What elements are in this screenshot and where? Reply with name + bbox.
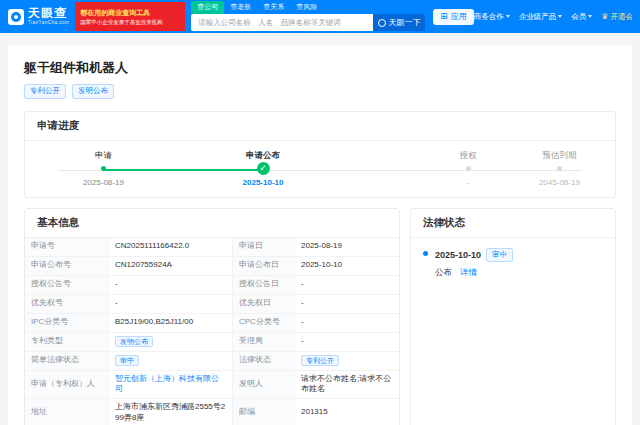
nav-item-0[interactable]: 商务合作: [474, 12, 510, 22]
promo-line1: 都在用的商业查询工具: [80, 8, 180, 18]
search-input[interactable]: [191, 14, 373, 31]
legal-status-action: 公布: [435, 267, 452, 279]
info-value: -: [295, 314, 399, 333]
timeline-step-0: 申请2025-08-19: [60, 149, 146, 187]
timeline-step-3: 预估到期2045-08-19: [516, 149, 602, 187]
top-nav: 商务合作企业级产品会员♛开通会员超级会员: [474, 12, 632, 22]
open-vip-label: 开通会员: [611, 12, 633, 22]
info-label: 受理局: [233, 333, 295, 352]
info-label: 申请日: [233, 238, 295, 257]
info-value: 2025-10-10: [295, 257, 399, 276]
nav-item-label: 商务合作: [474, 12, 504, 22]
page-title: 躯干组件和机器人: [24, 59, 616, 77]
grid-icon: ⊞: [440, 12, 448, 21]
promo-line2: 国家中小企业发展子基金投资机构: [80, 19, 180, 26]
legal-detail-link[interactable]: 详情: [460, 267, 477, 279]
legal-status-title: 法律状态: [411, 209, 615, 238]
check-icon: ✓: [257, 162, 270, 175]
info-label: 申请公布号: [25, 257, 109, 276]
patent-tag-1: 发明公布: [72, 84, 114, 99]
basic-info-card: 基本信息 申请号CN2025111166422.0申请日2025-08-19申请…: [24, 208, 400, 425]
info-label: 申请号: [25, 238, 109, 257]
content-panel: 躯干组件和机器人 专利公开发明公布 申请进度 申请2025-08-19申请公布✓…: [8, 45, 632, 425]
timeline-step-date: 2025-10-10: [220, 178, 306, 187]
info-value: 201315: [295, 399, 399, 425]
chevron-down-icon: [558, 15, 562, 18]
timeline-dot-icon: [101, 166, 106, 171]
info-tag: 审中: [115, 355, 139, 367]
timeline-step-date: 2045-08-19: [516, 178, 602, 187]
timeline-step-label: 授权: [425, 149, 511, 162]
info-label: 申请公布日: [233, 257, 295, 276]
info-value: 审中: [109, 352, 233, 371]
info-value: -: [295, 333, 399, 352]
search-eye-icon: [378, 19, 386, 27]
legal-status-date: 2025-10-10: [435, 250, 481, 260]
patent-tag-0: 专利公开: [24, 84, 66, 99]
apps-label: 应用: [451, 11, 467, 22]
logo-text: 天眼查: [28, 7, 69, 19]
timeline-step-date: 2025-08-19: [60, 178, 146, 187]
search-button[interactable]: 天眼一下: [373, 14, 425, 31]
info-value: 发明公布: [109, 333, 233, 352]
info-label: 授权公告号: [25, 276, 109, 295]
timeline-step-date: -: [425, 178, 511, 187]
info-value-link[interactable]: 智元创新（上海）科技有限公司: [115, 374, 226, 396]
timeline-step-2: 授权-: [425, 149, 511, 187]
bullet-icon: [423, 251, 428, 256]
info-value: 专利公开: [295, 352, 399, 371]
search-tab-0[interactable]: 查公司: [191, 1, 224, 14]
info-label: 授权公告日: [233, 276, 295, 295]
info-value: B25J19/00,B25J11/00: [109, 314, 233, 333]
logo-subtext: TianYanCha.com: [28, 21, 69, 26]
search-tabs: 查公司查老板查关系查风险: [191, 2, 425, 14]
crown-icon: ♛: [601, 13, 608, 21]
info-value: -: [295, 295, 399, 314]
info-label: 简单法律状态: [25, 352, 109, 371]
nav-item-label: 企业级产品: [519, 12, 557, 22]
open-vip-button[interactable]: ♛开通会员: [601, 12, 632, 22]
apps-button[interactable]: ⊞ 应用: [433, 9, 474, 25]
info-label: 申请（专利权）人: [25, 371, 109, 400]
nav-item-2[interactable]: 会员: [571, 12, 592, 22]
search-tab-3[interactable]: 查风险: [290, 1, 323, 14]
logo-eye-icon: [8, 9, 24, 25]
info-value: -: [109, 295, 233, 314]
info-label: 优先权号: [25, 295, 109, 314]
info-label: 优先权日: [233, 295, 295, 314]
progress-timeline: 申请2025-08-19申请公布✓2025-10-10授权-预估到期2045-0…: [35, 144, 605, 194]
top-header: 天眼查 TianYanCha.com 都在用的商业查询工具 国家中小企业发展子基…: [0, 0, 640, 33]
nav-item-label: 会员: [571, 12, 586, 22]
info-label: 邮编: [233, 399, 295, 425]
legal-status-card: 法律状态 2025-10-10审中公布详情: [410, 208, 616, 425]
info-label: 专利类型: [25, 333, 109, 352]
info-value: 2025-08-19: [295, 238, 399, 257]
promo-banner[interactable]: 都在用的商业查询工具 国家中小企业发展子基金投资机构: [75, 2, 185, 31]
legal-status-item: 2025-10-10审中公布详情: [423, 248, 603, 280]
search-tab-2[interactable]: 查关系: [257, 1, 290, 14]
info-label: IPC分类号: [25, 314, 109, 333]
tianyancha-logo[interactable]: 天眼查 TianYanCha.com: [8, 7, 69, 26]
basic-info-table: 申请号CN2025111166422.0申请日2025-08-19申请公布号CN…: [25, 238, 399, 425]
timeline-step-label: 申请公布: [220, 149, 306, 162]
progress-card-title: 申请进度: [25, 112, 615, 141]
search-button-label: 天眼一下: [389, 17, 421, 28]
info-value: -: [109, 276, 233, 295]
legal-status-tag: 审中: [486, 248, 513, 263]
search-tab-1[interactable]: 查老板: [224, 1, 257, 14]
info-label: 地址: [25, 399, 109, 425]
search-area: 查公司查老板查关系查风险 天眼一下: [191, 2, 425, 31]
timeline-dot-icon: [557, 166, 562, 171]
chevron-down-icon: [588, 15, 592, 18]
info-value: CN2025111166422.0: [109, 238, 233, 257]
info-value: 上海市浦东新区秀浦路2555号299弄8座: [109, 399, 233, 425]
timeline-step-label: 申请: [60, 149, 146, 162]
info-value: 请求不公布姓名;请求不公布姓名: [295, 371, 399, 400]
title-tags: 专利公开发明公布: [24, 84, 616, 99]
info-tag: 专利公开: [301, 355, 339, 367]
info-label: 发明人: [233, 371, 295, 400]
nav-item-1[interactable]: 企业级产品: [519, 12, 563, 22]
basic-info-title: 基本信息: [25, 209, 399, 238]
chevron-down-icon: [506, 15, 510, 18]
info-value: 智元创新（上海）科技有限公司: [109, 371, 233, 400]
